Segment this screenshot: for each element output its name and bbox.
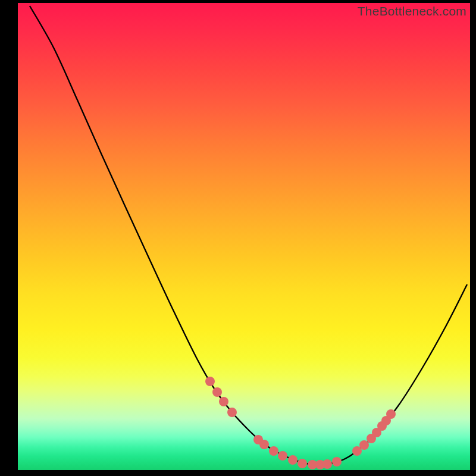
data-marker [322,459,332,469]
curve-layer [18,3,470,470]
plot-area: TheBottleneck.com [18,3,470,470]
data-marker [332,457,342,466]
data-marker [288,455,298,465]
data-marker [227,408,237,417]
data-marker [298,459,307,468]
data-marker [219,397,228,406]
marker-group [205,377,396,469]
data-marker [359,440,369,450]
data-marker [386,409,396,419]
data-marker [205,377,215,386]
data-marker [269,446,278,456]
bottleneck-curve [30,6,467,465]
data-marker [212,387,222,397]
watermark-text: TheBottleneck.com [358,4,466,18]
data-marker [278,451,287,461]
data-marker [259,440,269,449]
chart-frame: TheBottleneck.com [0,0,476,476]
